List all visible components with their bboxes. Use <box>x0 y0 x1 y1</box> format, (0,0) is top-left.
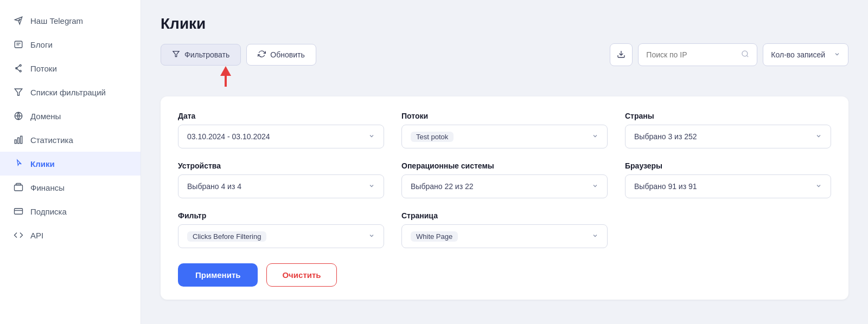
svg-rect-0 <box>15 41 22 48</box>
page-type-value: White Page <box>411 231 592 242</box>
filter-button-label: Фильтровать <box>184 50 229 59</box>
refresh-icon <box>258 50 266 60</box>
filter-list-icon <box>13 87 24 98</box>
svg-marker-5 <box>15 89 22 95</box>
browsers-label: Браузеры <box>625 161 831 170</box>
os-chevron-icon <box>592 183 598 191</box>
devices-label: Устройства <box>178 161 384 170</box>
filter-type-chevron-icon <box>368 232 375 241</box>
browsers-chevron-icon <box>815 183 822 191</box>
os-select[interactable]: Выбрано 22 из 22 <box>401 174 608 198</box>
countries-value: Выбрано 3 из 252 <box>634 132 815 141</box>
date-value: 03.10.2024 - 03.10.2024 <box>187 132 368 141</box>
os-value: Выбрано 22 из 22 <box>411 182 592 191</box>
filter-type-tag: Clicks Before Filtering <box>187 231 266 242</box>
devices-chevron-icon <box>368 183 375 191</box>
filter-type-value: Clicks Before Filtering <box>187 231 368 242</box>
flows-tag: Test potok <box>411 132 454 142</box>
date-label: Дата <box>178 112 384 120</box>
records-selector[interactable]: Кол-во записей <box>763 43 848 66</box>
countries-select[interactable]: Выбрано 3 из 252 <box>625 125 831 148</box>
filter-group-countries: Страны Выбрано 3 из 252 <box>625 112 831 148</box>
flows-select[interactable]: Test potok <box>401 125 608 148</box>
stats-icon <box>13 134 24 145</box>
countries-label: Страны <box>625 112 831 120</box>
browsers-value: Выбрано 91 из 91 <box>634 182 815 191</box>
filter-icon <box>172 50 180 60</box>
sidebar-item-domains-label: Домены <box>30 112 61 121</box>
filter-group-date: Дата 03.10.2024 - 03.10.2024 <box>178 112 384 148</box>
download-button[interactable] <box>610 43 633 66</box>
refresh-button[interactable]: Обновить <box>246 44 316 66</box>
search-input[interactable] <box>646 50 737 59</box>
date-select[interactable]: 03.10.2024 - 03.10.2024 <box>178 125 384 148</box>
filter-group-filter: Фильтр Clicks Before Filtering <box>178 211 384 248</box>
filter-group-browsers: Браузеры Выбрано 91 из 91 <box>625 161 831 198</box>
svg-rect-8 <box>18 138 20 144</box>
clicks-icon <box>13 158 24 169</box>
sidebar-item-telegram[interactable]: Наш Telegram <box>0 9 141 33</box>
clear-button[interactable]: Очистить <box>266 263 336 287</box>
filter-group-page: Страница White Page <box>401 211 608 248</box>
flows-chevron-icon <box>592 133 598 141</box>
svg-rect-10 <box>15 185 23 191</box>
date-chevron-icon <box>368 133 375 141</box>
svg-line-16 <box>747 55 749 57</box>
chevron-down-icon <box>834 50 840 59</box>
page-type-select[interactable]: White Page <box>401 224 608 248</box>
filter-group-flows: Потоки Test potok <box>401 112 608 148</box>
blog-icon <box>13 39 24 50</box>
sidebar-item-flows-label: Потоки <box>30 64 57 73</box>
svg-marker-13 <box>173 51 179 57</box>
records-selector-label: Кол-во записей <box>771 50 825 59</box>
devices-select[interactable]: Выбрано 4 из 4 <box>178 174 384 198</box>
sidebar-item-finance[interactable]: Финансы <box>0 176 141 199</box>
svg-rect-11 <box>15 209 23 215</box>
finance-icon <box>13 182 24 193</box>
filter-panel: Дата 03.10.2024 - 03.10.2024 Потоки Test… <box>161 96 848 300</box>
filter-type-select[interactable]: Clicks Before Filtering <box>178 224 384 248</box>
download-icon <box>617 50 626 60</box>
sidebar-item-stats-label: Статистика <box>30 135 73 145</box>
toolbar: Фильтровать Обновить Кол-во запис <box>161 43 848 66</box>
apply-button[interactable]: Применить <box>178 263 258 287</box>
svg-rect-9 <box>21 136 22 144</box>
filter-button[interactable]: Фильтровать <box>161 44 241 66</box>
sidebar-item-telegram-label: Наш Telegram <box>30 16 83 25</box>
flows-value: Test potok <box>411 132 592 142</box>
filter-group-devices: Устройства Выбрано 4 из 4 <box>178 161 384 198</box>
sidebar-item-subscription-label: Подписка <box>30 207 67 216</box>
search-box[interactable] <box>638 43 757 66</box>
sidebar-item-flows[interactable]: Потоки <box>0 56 141 80</box>
subscription-icon <box>13 206 24 217</box>
sidebar-item-finance-label: Финансы <box>30 183 65 192</box>
main-content: Клики Фильтровать Обновить <box>141 0 868 324</box>
sidebar-item-api-label: API <box>30 231 43 240</box>
sidebar-item-api[interactable]: API <box>0 223 141 247</box>
sidebar-item-clicks[interactable]: Клики <box>0 152 141 176</box>
filter-actions: Применить Очистить <box>178 263 831 287</box>
svg-line-4 <box>16 68 20 71</box>
svg-rect-7 <box>15 140 16 144</box>
filter-grid: Дата 03.10.2024 - 03.10.2024 Потоки Test… <box>178 112 831 248</box>
page-type-tag: White Page <box>411 231 458 242</box>
os-label: Операционные системы <box>401 161 608 170</box>
sidebar-item-stats[interactable]: Статистика <box>0 128 141 152</box>
domain-icon <box>13 111 24 121</box>
sidebar-item-subscription[interactable]: Подписка <box>0 199 141 223</box>
api-icon <box>13 230 24 241</box>
arrow-up-icon <box>220 66 231 76</box>
telegram-icon <box>13 15 24 26</box>
sidebar-item-blogs[interactable]: Блоги <box>0 33 141 56</box>
filter-label: Фильтр <box>178 211 384 220</box>
page-label: Страница <box>401 211 608 220</box>
countries-chevron-icon <box>815 133 822 141</box>
filter-group-os: Операционные системы Выбрано 22 из 22 <box>401 161 608 198</box>
sidebar-item-filter-lists[interactable]: Списки фильтраций <box>0 80 141 104</box>
search-icon <box>741 50 749 60</box>
sidebar-item-domains[interactable]: Домены <box>0 104 141 128</box>
flow-icon <box>13 63 24 74</box>
sidebar-item-blogs-label: Блоги <box>30 40 53 49</box>
refresh-button-label: Обновить <box>270 50 304 59</box>
browsers-select[interactable]: Выбрано 91 из 91 <box>625 174 831 198</box>
